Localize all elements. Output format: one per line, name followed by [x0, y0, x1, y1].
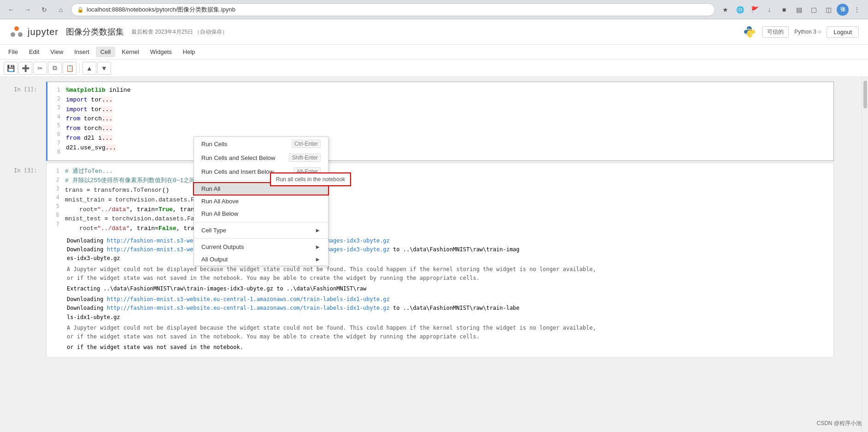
cell1[interactable]: 12345678 %matplotlib inline import tor..… — [46, 82, 834, 161]
logout-button[interactable]: Logout — [827, 26, 859, 38]
jupyter-text: jupyter — [28, 27, 59, 37]
download-icon[interactable]: ↓ — [763, 3, 776, 16]
menu-edit[interactable]: Edit — [24, 47, 44, 57]
star-button[interactable]: ★ — [719, 3, 732, 16]
notebook-menu: File Edit View Insert Cell Kernel Widget… — [0, 45, 868, 59]
output-extract: Extracting ..\data\FashionMNIST\raw\trai… — [67, 284, 828, 293]
jupyter-logo-icon — [9, 24, 24, 39]
dd-run-all-above[interactable]: Run All Above — [194, 195, 328, 207]
jupyter-header: jupyter 图像分类数据集 最后检查 2023年4月25日 （自动保存） 可… — [0, 19, 868, 45]
copy-button[interactable]: ⧉ — [48, 62, 62, 75]
csdn-label: CSDN @程序小池 — [816, 420, 862, 426]
address-bar[interactable]: 🔒 localhost:8888/notebooks/pytorch/图像分类数… — [71, 3, 715, 16]
output-warning2: A Jupyter widget could not be displayed … — [67, 322, 828, 343]
browser-chrome: ← → ↻ ⌂ 🔒 localhost:8888/notebooks/pytor… — [0, 0, 868, 19]
cast-icon[interactable]: ▢ — [807, 3, 820, 16]
cells-area[interactable]: In [1]: 12345678 %matplotlib inline impo… — [0, 77, 862, 432]
jupyter-logo: jupyter — [9, 24, 59, 39]
svg-point-1 — [11, 32, 15, 37]
paste-button[interactable]: 📋 — [63, 62, 76, 75]
cell1-content: 12345678 %matplotlib inline import tor..… — [53, 86, 828, 157]
scrollbar-thumb[interactable] — [863, 81, 867, 108]
dd-run-all-below-label: Run All Below — [201, 210, 321, 217]
menu-widgets[interactable]: Widgets — [146, 47, 176, 57]
menu-kernel[interactable]: Kernel — [117, 47, 144, 57]
svg-point-2 — [18, 32, 23, 37]
run-all-tooltip: Run all cells in the notebook — [271, 173, 350, 185]
cell2[interactable]: 1234567 # 通过ToTen... 数格式, # 并除以255使得所有像素… — [46, 163, 834, 358]
menu-view[interactable]: View — [46, 47, 68, 57]
more-button[interactable]: ⋮ — [850, 3, 863, 16]
output-link3[interactable]: http://fashion-mnist.s3-website.eu-centr… — [107, 296, 390, 302]
cell2-output: Downloading http://fashion-mnist.s3-webs… — [52, 234, 828, 354]
cell1-code: %matplotlib inline import tor... import … — [66, 86, 828, 157]
jupyter-header-right: 可信的 Python 3 ○ Logout — [743, 25, 859, 39]
scrollbar[interactable] — [862, 77, 868, 432]
dd-run-cells-insert-label: Run Cells and Insert Below — [201, 168, 280, 175]
dd-run-cells[interactable]: Run Cells Ctrl-Enter — [194, 137, 328, 151]
dd-all-output-label: All Output — [201, 256, 301, 263]
output-line2: Downloading http://fashion-mnist.s3-webs… — [67, 245, 828, 263]
cell-dropdown: Run Cells Ctrl-Enter Run Cells and Selec… — [194, 136, 328, 266]
save-button[interactable]: 💾 — [4, 62, 18, 75]
menu-file[interactable]: File — [4, 47, 23, 57]
dd-cell-type[interactable]: Cell Type ► — [194, 224, 328, 237]
output-bottom-text: or if the widget state was not saved in … — [67, 343, 828, 352]
notebook-save-info: 最后检查 2023年4月25日 （自动保存） — [131, 28, 228, 36]
svg-point-3 — [15, 27, 18, 30]
sidebar-icon[interactable]: ◫ — [822, 3, 835, 16]
dd-sep2 — [194, 222, 328, 222]
dd-run-cells-below[interactable]: Run Cells and Select Below Shift-Enter — [194, 151, 328, 165]
dd-sep3 — [194, 238, 328, 239]
add-cell-button[interactable]: ➕ — [18, 62, 32, 75]
kernel-label: Python 3 ○ — [794, 29, 821, 35]
cell1-line-numbers: 12345678 — [53, 86, 60, 157]
extensions-icon[interactable]: ▤ — [792, 3, 805, 16]
cell1-prompt: In [1]: — [14, 86, 37, 93]
dd-cell-type-label: Cell Type — [201, 227, 301, 234]
flag-icon[interactable]: 🚩 — [748, 3, 761, 16]
notebook-toolbar: 💾 ➕ ✂ ⧉ 📋 ▲ ▼ — [0, 59, 868, 77]
globe-icon[interactable]: 🌐 — [733, 3, 746, 16]
cell2-prompt: In [3]: — [14, 167, 37, 174]
dd-cell-type-arrow: ► — [315, 227, 321, 234]
cut-button[interactable]: ✂ — [33, 62, 47, 75]
cell2-line-numbers: 1234567 — [52, 167, 59, 234]
dd-all-output-arrow: ► — [315, 256, 321, 263]
dd-run-cells-label: Run Cells — [201, 141, 278, 148]
menu-help[interactable]: Help — [178, 47, 200, 57]
menu-insert[interactable]: Insert — [70, 47, 94, 57]
csdn-footer: CSDN @程序小池 — [816, 420, 862, 427]
trusted-badge: 可信的 — [762, 26, 789, 38]
move-up-button[interactable]: ▲ — [82, 62, 96, 75]
dd-current-outputs-arrow: ► — [315, 243, 321, 250]
forward-button[interactable]: → — [21, 3, 34, 16]
dd-run-all-below[interactable]: Run All Below — [194, 207, 328, 220]
lock-icon: 🔒 — [77, 6, 84, 13]
notebook-title[interactable]: 图像分类数据集 — [66, 26, 124, 37]
menu-cell[interactable]: Cell — [96, 47, 115, 57]
move-down-button[interactable]: ▼ — [97, 62, 111, 75]
svg-point-5 — [751, 35, 751, 36]
back-button[interactable]: ← — [5, 3, 18, 16]
toolbar-divider1 — [79, 63, 80, 73]
puzzle-icon[interactable]: ■ — [778, 3, 791, 16]
dd-all-output[interactable]: All Output ► — [194, 253, 328, 266]
output-line3: Downloading http://fashion-mnist.s3-webs… — [67, 295, 828, 304]
cell2-code: # 通过ToTen... 数格式, # 并除以255使得所有像素系列数值到在0~… — [65, 167, 828, 234]
dd-run-cells-below-shortcut: Shift-Enter — [289, 154, 321, 162]
dd-current-outputs-label: Current Outputs — [201, 243, 301, 250]
run-all-tooltip-text: Run all cells in the notebook — [276, 176, 345, 183]
profile-initials: 张 — [840, 6, 845, 13]
notebook-content: In [1]: 12345678 %matplotlib inline impo… — [0, 77, 868, 432]
home-button[interactable]: ⌂ — [54, 3, 67, 16]
dd-run-cells-below-label: Run Cells and Select Below — [201, 154, 275, 161]
output-line4: Downloading http://fashion-mnist.s3-webs… — [67, 304, 828, 321]
output-warning1: A Jupyter widget could not be displayed … — [67, 263, 828, 284]
dd-run-all-label: Run All — [201, 185, 321, 192]
dd-current-outputs[interactable]: Current Outputs ► — [194, 241, 328, 253]
refresh-button[interactable]: ↻ — [38, 3, 51, 16]
profile-avatar[interactable]: 张 — [837, 4, 849, 16]
output-link4[interactable]: http://fashion-mnist.s3-website.eu-centr… — [107, 305, 390, 311]
python-logo-icon — [743, 25, 757, 39]
